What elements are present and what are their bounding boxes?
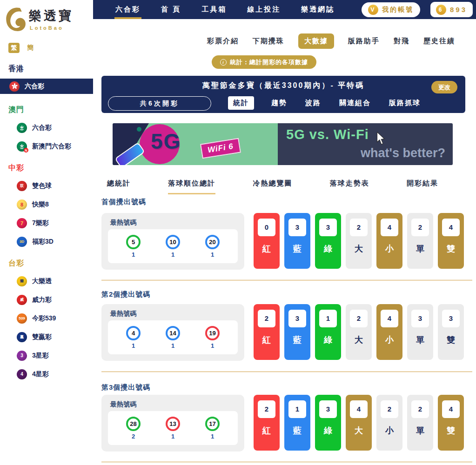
tab-trend[interactable]: 趨勢 [270, 96, 288, 110]
change-button[interactable]: 更改 [431, 81, 457, 93]
sidebar-heading-hongkong: 香港 [8, 64, 93, 74]
stat-card-blue: 3藍 [284, 213, 310, 269]
balance-button[interactable]: 6 893 [430, 2, 473, 17]
stat-card-red: 2紅 [254, 395, 280, 451]
sidebar-heading-macau: 澳門 [8, 105, 93, 115]
tab-hot-cold-overview[interactable]: 冷熱總覽圖 [253, 179, 293, 193]
tab-statistics[interactable]: 統計 [228, 96, 254, 110]
stat-card-big: 2大 [346, 213, 372, 269]
stat-card-small: 4小 [376, 213, 402, 269]
lang-traditional-button[interactable]: 繁 [8, 43, 20, 53]
subnav-lottery-intro[interactable]: 彩票介紹 [207, 37, 239, 46]
sidebar-item-3staricai[interactable]: 3 3星彩 [0, 350, 93, 361]
tab-pattern-catch[interactable]: 版路抓球 [388, 96, 422, 110]
hot-ball-unit: 14 1 [166, 326, 180, 349]
hot-numbers-card: 最熱號碼 5 1 10 1 20 1 [101, 213, 244, 270]
info-icon: i [220, 59, 227, 66]
lottery-ball: 10 [166, 235, 180, 249]
hot-numbers-card: 最熱號碼 28 2 13 1 17 1 [101, 395, 244, 452]
weilicai-icon: 威 [17, 295, 27, 305]
subnav-next-draw[interactable]: 下期攪珠 [253, 37, 284, 46]
sidebar-item-shuangseqiu[interactable]: 双 雙色球 [0, 180, 93, 192]
macau-lotus-new-icon: N [17, 141, 27, 152]
tab-related-combos[interactable]: 關連組合 [338, 96, 372, 110]
section-heading-second-ball: 第2個攪出號碼 [101, 290, 150, 299]
hot-numbers-label: 最熱號碼 [110, 310, 136, 318]
my-account-button[interactable]: V 我的帳號 [362, 2, 420, 17]
nav-item-online-betting[interactable]: 線上投注 [246, 0, 282, 19]
lottery-ball: 19 [205, 326, 220, 340]
4star-icon: 4 [17, 369, 27, 379]
hot-numbers-box: 5 1 10 1 20 1 [108, 229, 238, 263]
brand-title: 樂透寶 [29, 7, 74, 24]
nav-item-marksix[interactable]: 六合彩 [114, 0, 141, 19]
tab-bolu[interactable]: 波路 [304, 96, 322, 110]
lang-simplified-button[interactable]: 簡 [27, 44, 34, 52]
new-badge: N [24, 148, 28, 153]
section-divider [101, 280, 472, 280]
tab-ball-trend-table[interactable]: 落球走勢表 [330, 179, 369, 193]
ad-banner[interactable]: 5G WiFi 6 5G vs. Wi-Fi what's better? [113, 123, 453, 165]
sidebar-item-hk-marksix[interactable]: 六合彩 [0, 79, 93, 94]
sidebar-item-fucai3d[interactable]: 3D 福彩3D [0, 236, 93, 247]
ball-count: 1 [166, 342, 180, 349]
hot-numbers-label: 最熱號碼 [110, 219, 136, 227]
subnav-history[interactable]: 歷史往績 [423, 37, 455, 46]
sidebar-item-daletou[interactable]: 樂 大樂透 [0, 276, 93, 287]
sidebar-item-label: 六合彩 [32, 124, 52, 132]
stat-card-even: 4雙 [438, 213, 464, 269]
stat-card-green: 3綠 [315, 395, 341, 451]
hot-ball-unit: 28 2 [126, 417, 141, 440]
stat-card-blue: 1藍 [284, 395, 310, 451]
nav-item-home[interactable]: 首 頁 [160, 0, 182, 19]
sidebar-heading-taiwan: 台彩 [8, 259, 93, 268]
cursor-arrow-icon [375, 132, 386, 147]
sidebar-item-weilicai[interactable]: 威 威力彩 [0, 294, 93, 306]
sidebar-item-7lecai[interactable]: 7 7樂彩 [0, 218, 93, 229]
subnav-duifei[interactable]: 對飛 [394, 37, 409, 46]
subnav-big-data[interactable]: 大數據 [298, 33, 334, 49]
hot-ball-unit: 13 1 [166, 417, 180, 440]
shuangseqiu-icon: 双 [17, 181, 27, 191]
balance-value: 893 [450, 6, 467, 13]
sidebar-item-new-macau-marksix[interactable]: N 新澳門六合彩 [0, 141, 93, 152]
main-content: 彩票介紹 下期攪珠 大數據 版路助手 對飛 歷史往績 i 統計：總計開彩的各項數… [93, 19, 476, 465]
lotobao-logo-icon [5, 7, 26, 32]
stat-card-big: 2大 [346, 304, 372, 360]
sidebar-item-label: 新澳門六合彩 [32, 142, 71, 151]
shuangyingcai-icon: 贏 [17, 332, 27, 342]
sidebar-item-label: 大樂透 [32, 277, 52, 286]
section-row: 最熱號碼 28 2 13 1 17 1 2紅 [101, 395, 465, 452]
language-switch: 繁 簡 [0, 33, 93, 53]
sidebar-item-label: 威力彩 [32, 296, 52, 304]
sidebar-item-jincai539[interactable]: 539 今彩539 [0, 313, 93, 324]
my-account-label: 我的帳號 [382, 6, 414, 14]
hot-ball-unit: 5 1 [126, 235, 141, 258]
sidebar-item-label: 今彩539 [32, 314, 56, 323]
nav-item-lotto-blog[interactable]: 樂透網誌 [300, 0, 335, 19]
page: 六合彩 首 頁 工具箱 線上投注 樂透網誌 V 我的帳號 6 893 樂透寶 [0, 0, 476, 465]
tab-draw-results[interactable]: 開彩結果 [407, 179, 438, 193]
hot-numbers-box: 28 2 13 1 17 1 [108, 411, 238, 445]
nav-item-toolbox[interactable]: 工具箱 [201, 0, 228, 19]
ball-count: 1 [126, 251, 141, 258]
stat-card-odd: 2單 [407, 213, 433, 269]
account-icon: V [368, 5, 378, 15]
brand-logo[interactable]: 樂透寶 LotoBao [0, 0, 93, 33]
hot-numbers-card: 最熱號碼 4 1 14 1 19 1 [101, 304, 244, 361]
stat-card-even: 3雙 [438, 304, 464, 360]
sidebar-item-macau-marksix[interactable]: 六合彩 [0, 122, 93, 133]
lottery-ball: 13 [166, 417, 180, 431]
tab-total-stats[interactable]: 總統計 [107, 179, 131, 193]
sidebar-item-4staricai[interactable]: 4 4星彩 [0, 369, 93, 380]
draw-count-selector[interactable]: 共6次開彩 [108, 96, 211, 111]
sidebar-item-shuangyingcai[interactable]: 贏 雙贏彩 [0, 332, 93, 343]
subnav-pattern-helper[interactable]: 版路助手 [348, 37, 380, 46]
panel-title: 萬聖節金多寶（最近3300期內）- 平特碼 [101, 81, 465, 91]
daletou-icon: 樂 [17, 276, 27, 286]
tab-ball-order-totals[interactable]: 落球順位總計 [168, 179, 215, 194]
stat-card-green: 1綠 [315, 304, 341, 360]
category-cards: 0紅 3藍 3綠 2大 4小 2單 4雙 [254, 213, 464, 269]
sidebar-item-kuaile8[interactable]: 8 快樂8 [0, 199, 93, 210]
sidebar-item-label: 雙色球 [32, 182, 52, 190]
